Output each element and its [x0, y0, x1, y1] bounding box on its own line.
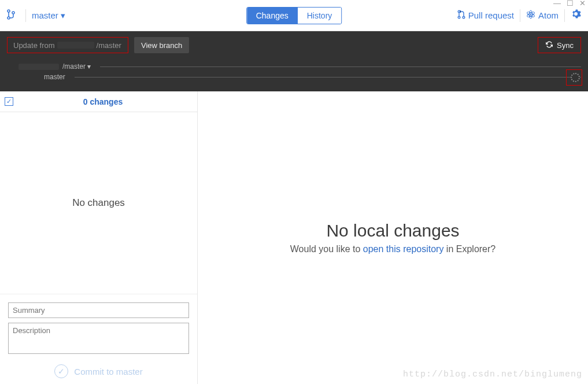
view-branch-button[interactable]: View branch [134, 37, 189, 53]
sync-icon [545, 40, 553, 50]
watermark: http://blog.csdn.net/binglumeng [403, 370, 582, 379]
no-changes-text: No changes [72, 197, 125, 209]
header-right: Pull request Atom [457, 9, 581, 22]
pull-request-button[interactable]: Pull request [457, 10, 514, 21]
commit-label: Commit to master [74, 367, 142, 376]
obscured-text [19, 64, 59, 70]
update-from-button[interactable]: Update from /master [7, 37, 128, 53]
local-branch-row[interactable]: master [19, 72, 581, 82]
check-icon: ✓ [54, 364, 68, 378]
main-area: ✓ 0 changes No changes ✓ Commit to maste… [0, 91, 588, 384]
atom-label: Atom [538, 10, 559, 20]
update-suffix: /master [97, 41, 121, 50]
atom-icon [526, 10, 535, 21]
remote-branch-row[interactable]: /master ▾ [19, 61, 581, 72]
settings-button[interactable] [571, 9, 581, 22]
obscured-text [57, 42, 94, 49]
pull-request-icon [457, 10, 465, 21]
description-input[interactable] [8, 323, 189, 354]
graph-line [100, 67, 581, 67]
gear-icon [571, 10, 581, 21]
tab-changes[interactable]: Changes [247, 8, 298, 24]
svg-point-0 [8, 10, 10, 12]
commit-button[interactable]: ✓ Commit to master [8, 364, 189, 378]
open-repository-link[interactable]: open this repository [363, 244, 444, 254]
svg-point-1 [12, 12, 14, 14]
sync-label: Sync [557, 41, 574, 50]
local-branch-label: master [44, 73, 65, 81]
commit-dot-icon [571, 73, 580, 82]
branch-graph: /master ▾ master [7, 61, 581, 82]
remote-branch-label: /master ▾ [62, 62, 91, 71]
app-header: master ▾ Changes History Pull request At… [0, 0, 588, 31]
changes-count: 0 changes [13, 97, 193, 106]
changes-header: ✓ 0 changes [0, 91, 197, 112]
commit-form: ✓ Commit to master [0, 294, 197, 384]
empty-subtitle: Would you like to open this repository i… [290, 244, 495, 254]
sync-button[interactable]: Sync [538, 37, 581, 53]
graph-line [75, 77, 581, 77]
svg-point-4 [458, 16, 460, 19]
view-tabs: Changes History [246, 7, 342, 24]
branch-selector[interactable]: master ▾ [32, 10, 65, 21]
tab-history[interactable]: History [298, 8, 342, 24]
svg-point-5 [463, 16, 465, 19]
sub-post: in Explorer? [443, 244, 495, 254]
branch-icon [7, 9, 15, 22]
update-prefix: Update from [13, 41, 55, 50]
pull-request-label: Pull request [468, 10, 514, 20]
svg-point-2 [8, 17, 10, 19]
divider [520, 9, 520, 22]
content-pane: No local changes Would you like to open … [198, 91, 588, 384]
divider [564, 9, 565, 22]
divider [25, 9, 26, 22]
select-all-checkbox[interactable]: ✓ [5, 97, 13, 106]
sub-pre: Would you like to [290, 244, 363, 254]
changes-sidebar: ✓ 0 changes No changes ✓ Commit to maste… [0, 91, 198, 384]
atom-button[interactable]: Atom [526, 10, 559, 21]
action-bar: Update from /master View branch Sync /ma… [0, 31, 588, 91]
svg-point-9 [530, 14, 531, 15]
summary-input[interactable] [8, 302, 189, 318]
empty-title: No local changes [326, 221, 459, 241]
changes-empty-state: No changes [0, 112, 197, 294]
